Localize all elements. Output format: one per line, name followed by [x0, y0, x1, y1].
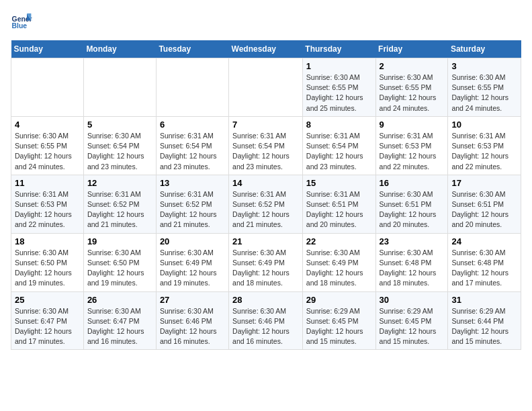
day-detail: Sunrise: 6:30 AM Sunset: 6:50 PM Dayligh… — [15, 248, 80, 289]
calendar-cell: 30Sunrise: 6:29 AM Sunset: 6:45 PM Dayli… — [375, 291, 448, 350]
calendar-cell: 22Sunrise: 6:30 AM Sunset: 6:49 PM Dayli… — [302, 233, 375, 291]
calendar-cell: 6Sunrise: 6:31 AM Sunset: 6:54 PM Daylig… — [156, 116, 228, 175]
day-number: 14 — [232, 178, 299, 188]
day-number: 21 — [232, 236, 299, 246]
day-detail: Sunrise: 6:31 AM Sunset: 6:52 PM Dayligh… — [232, 189, 299, 230]
calendar-cell: 11Sunrise: 6:31 AM Sunset: 6:53 PM Dayli… — [11, 175, 84, 233]
day-number: 17 — [451, 178, 517, 188]
calendar-cell: 31Sunrise: 6:29 AM Sunset: 6:44 PM Dayli… — [448, 291, 521, 350]
day-number: 25 — [15, 295, 80, 305]
day-number: 3 — [451, 61, 517, 71]
day-number: 16 — [380, 178, 445, 188]
logo: General Blue — [11, 11, 32, 32]
day-number: 27 — [160, 295, 225, 305]
day-number: 6 — [160, 120, 225, 130]
day-detail: Sunrise: 6:30 AM Sunset: 6:46 PM Dayligh… — [232, 306, 299, 347]
day-number: 30 — [380, 295, 445, 305]
day-number: 15 — [306, 178, 372, 188]
calendar-cell: 13Sunrise: 6:31 AM Sunset: 6:52 PM Dayli… — [156, 175, 228, 233]
weekday-header-friday: Friday — [375, 40, 448, 58]
day-number: 22 — [306, 236, 372, 246]
day-number: 7 — [232, 120, 299, 130]
calendar-cell: 17Sunrise: 6:30 AM Sunset: 6:51 PM Dayli… — [448, 175, 521, 233]
day-detail: Sunrise: 6:30 AM Sunset: 6:55 PM Dayligh… — [15, 131, 80, 172]
day-detail: Sunrise: 6:30 AM Sunset: 6:51 PM Dayligh… — [380, 189, 445, 230]
day-number: 9 — [380, 120, 445, 130]
calendar-cell: 28Sunrise: 6:30 AM Sunset: 6:46 PM Dayli… — [229, 291, 303, 350]
day-detail: Sunrise: 6:31 AM Sunset: 6:53 PM Dayligh… — [15, 189, 80, 230]
calendar-cell — [229, 58, 303, 117]
calendar-cell: 16Sunrise: 6:30 AM Sunset: 6:51 PM Dayli… — [375, 175, 448, 233]
calendar-cell — [156, 58, 228, 117]
calendar-week-1: 1Sunrise: 6:30 AM Sunset: 6:55 PM Daylig… — [11, 58, 521, 117]
calendar-cell: 5Sunrise: 6:30 AM Sunset: 6:54 PM Daylig… — [83, 116, 156, 175]
logo-icon: General Blue — [11, 11, 32, 32]
calendar-cell: 4Sunrise: 6:30 AM Sunset: 6:55 PM Daylig… — [11, 116, 84, 175]
day-detail: Sunrise: 6:30 AM Sunset: 6:49 PM Dayligh… — [306, 248, 372, 289]
calendar-cell: 12Sunrise: 6:31 AM Sunset: 6:52 PM Dayli… — [83, 175, 156, 233]
day-detail: Sunrise: 6:31 AM Sunset: 6:54 PM Dayligh… — [306, 131, 372, 172]
day-detail: Sunrise: 6:29 AM Sunset: 6:45 PM Dayligh… — [306, 306, 372, 347]
day-detail: Sunrise: 6:30 AM Sunset: 6:50 PM Dayligh… — [87, 248, 152, 289]
day-number: 12 — [87, 178, 152, 188]
calendar-cell: 8Sunrise: 6:31 AM Sunset: 6:54 PM Daylig… — [302, 116, 375, 175]
day-number: 23 — [380, 236, 445, 246]
day-detail: Sunrise: 6:31 AM Sunset: 6:52 PM Dayligh… — [87, 189, 152, 230]
day-number: 24 — [451, 236, 517, 246]
day-detail: Sunrise: 6:30 AM Sunset: 6:46 PM Dayligh… — [160, 306, 225, 347]
weekday-header-monday: Monday — [83, 40, 156, 58]
day-number: 10 — [451, 120, 517, 130]
calendar-cell: 26Sunrise: 6:30 AM Sunset: 6:47 PM Dayli… — [83, 291, 156, 350]
day-detail: Sunrise: 6:30 AM Sunset: 6:48 PM Dayligh… — [451, 248, 517, 289]
calendar-cell: 10Sunrise: 6:31 AM Sunset: 6:53 PM Dayli… — [448, 116, 521, 175]
day-detail: Sunrise: 6:30 AM Sunset: 6:55 PM Dayligh… — [380, 73, 445, 113]
day-detail: Sunrise: 6:30 AM Sunset: 6:47 PM Dayligh… — [15, 306, 80, 347]
day-number: 11 — [15, 178, 80, 188]
day-detail: Sunrise: 6:30 AM Sunset: 6:48 PM Dayligh… — [380, 248, 445, 289]
calendar-cell: 20Sunrise: 6:30 AM Sunset: 6:49 PM Dayli… — [156, 233, 228, 291]
calendar-table: SundayMondayTuesdayWednesdayThursdayFrid… — [11, 40, 521, 350]
day-detail: Sunrise: 6:31 AM Sunset: 6:53 PM Dayligh… — [451, 131, 517, 172]
calendar-cell: 29Sunrise: 6:29 AM Sunset: 6:45 PM Dayli… — [302, 291, 375, 350]
day-number: 1 — [306, 61, 372, 71]
day-detail: Sunrise: 6:30 AM Sunset: 6:51 PM Dayligh… — [451, 189, 517, 230]
weekday-header-thursday: Thursday — [302, 40, 375, 58]
calendar-cell: 21Sunrise: 6:30 AM Sunset: 6:49 PM Dayli… — [229, 233, 303, 291]
day-number: 13 — [160, 178, 225, 188]
day-detail: Sunrise: 6:31 AM Sunset: 6:53 PM Dayligh… — [380, 131, 445, 172]
calendar-cell: 24Sunrise: 6:30 AM Sunset: 6:48 PM Dayli… — [448, 233, 521, 291]
day-detail: Sunrise: 6:30 AM Sunset: 6:49 PM Dayligh… — [232, 248, 299, 289]
day-number: 18 — [15, 236, 80, 246]
day-number: 8 — [306, 120, 372, 130]
calendar-cell: 7Sunrise: 6:31 AM Sunset: 6:54 PM Daylig… — [229, 116, 303, 175]
calendar-cell: 2Sunrise: 6:30 AM Sunset: 6:55 PM Daylig… — [375, 58, 448, 117]
page-header: General Blue — [11, 11, 521, 32]
calendar-cell — [83, 58, 156, 117]
day-detail: Sunrise: 6:29 AM Sunset: 6:44 PM Dayligh… — [451, 306, 517, 347]
calendar-cell: 14Sunrise: 6:31 AM Sunset: 6:52 PM Dayli… — [229, 175, 303, 233]
day-detail: Sunrise: 6:30 AM Sunset: 6:55 PM Dayligh… — [306, 73, 372, 113]
calendar-cell: 18Sunrise: 6:30 AM Sunset: 6:50 PM Dayli… — [11, 233, 84, 291]
calendar-week-2: 4Sunrise: 6:30 AM Sunset: 6:55 PM Daylig… — [11, 116, 521, 175]
calendar-cell: 1Sunrise: 6:30 AM Sunset: 6:55 PM Daylig… — [302, 58, 375, 117]
calendar-cell — [11, 58, 84, 117]
day-detail: Sunrise: 6:31 AM Sunset: 6:54 PM Dayligh… — [232, 131, 299, 172]
calendar-week-5: 25Sunrise: 6:30 AM Sunset: 6:47 PM Dayli… — [11, 291, 521, 350]
day-number: 29 — [306, 295, 372, 305]
calendar-cell: 3Sunrise: 6:30 AM Sunset: 6:55 PM Daylig… — [448, 58, 521, 117]
calendar-cell: 23Sunrise: 6:30 AM Sunset: 6:48 PM Dayli… — [375, 233, 448, 291]
day-detail: Sunrise: 6:31 AM Sunset: 6:51 PM Dayligh… — [306, 189, 372, 230]
day-detail: Sunrise: 6:31 AM Sunset: 6:52 PM Dayligh… — [160, 189, 225, 230]
weekday-header-wednesday: Wednesday — [229, 40, 303, 58]
svg-text:Blue: Blue — [12, 22, 28, 30]
day-number: 19 — [87, 236, 152, 246]
weekday-header-saturday: Saturday — [448, 40, 521, 58]
day-detail: Sunrise: 6:30 AM Sunset: 6:54 PM Dayligh… — [87, 131, 152, 172]
calendar-week-3: 11Sunrise: 6:31 AM Sunset: 6:53 PM Dayli… — [11, 175, 521, 233]
calendar-cell: 27Sunrise: 6:30 AM Sunset: 6:46 PM Dayli… — [156, 291, 228, 350]
calendar-cell: 25Sunrise: 6:30 AM Sunset: 6:47 PM Dayli… — [11, 291, 84, 350]
day-number: 4 — [15, 120, 80, 130]
day-detail: Sunrise: 6:29 AM Sunset: 6:45 PM Dayligh… — [380, 306, 445, 347]
day-number: 2 — [380, 61, 445, 71]
weekday-header-tuesday: Tuesday — [156, 40, 228, 58]
